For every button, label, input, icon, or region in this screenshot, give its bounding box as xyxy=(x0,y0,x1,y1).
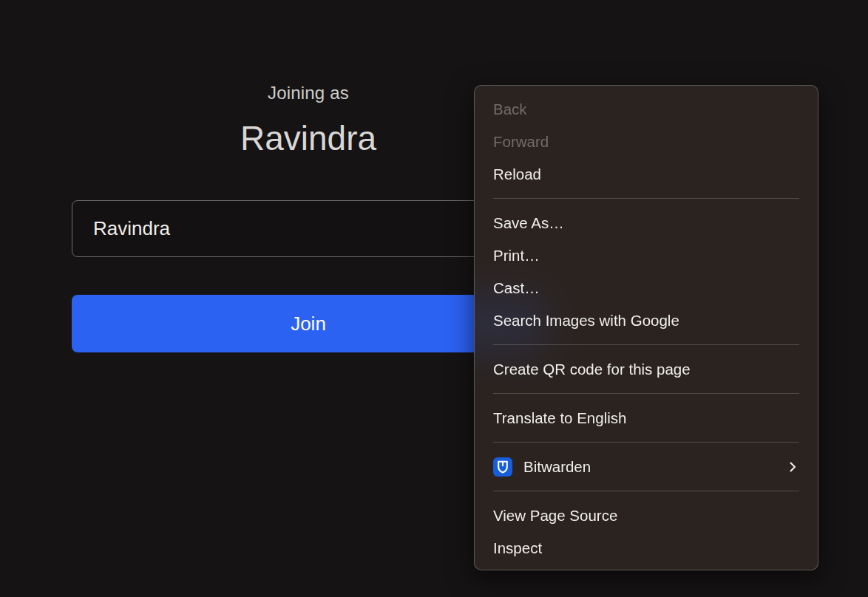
menu-item-translate-label: Translate to English xyxy=(493,402,799,434)
submenu-chevron-icon xyxy=(787,461,799,473)
menu-item-back-label: Back xyxy=(493,93,799,126)
menu-item-view-page-source[interactable]: View Page Source xyxy=(475,499,818,532)
menu-item-bitwarden-label: Bitwarden xyxy=(523,451,778,483)
menu-divider xyxy=(493,198,799,199)
menu-item-search-images-label: Search Images with Google xyxy=(493,304,799,337)
menu-item-inspect[interactable]: Inspect xyxy=(475,532,818,564)
menu-item-save-as[interactable]: Save As… xyxy=(475,207,818,239)
menu-divider xyxy=(493,344,799,345)
menu-divider xyxy=(493,442,799,443)
menu-item-view-page-source-label: View Page Source xyxy=(493,499,799,532)
menu-item-save-as-label: Save As… xyxy=(493,207,799,239)
menu-divider xyxy=(493,393,799,394)
menu-item-create-qr-code-label: Create QR code for this page xyxy=(493,353,799,386)
meeting-join-page: Joining as Ravindra Join Back Forward Re… xyxy=(0,0,868,597)
menu-item-cast[interactable]: Cast… xyxy=(475,272,818,304)
bitwarden-shield-icon xyxy=(493,457,512,477)
menu-divider xyxy=(493,491,799,491)
menu-item-forward: Forward xyxy=(475,126,818,158)
menu-item-back: Back xyxy=(475,93,818,126)
menu-item-print-label: Print… xyxy=(493,239,799,272)
menu-item-search-images[interactable]: Search Images with Google xyxy=(475,304,818,337)
menu-item-reload-label: Reload xyxy=(493,158,799,191)
menu-item-print[interactable]: Print… xyxy=(475,239,818,272)
menu-item-bitwarden[interactable]: Bitwarden xyxy=(475,451,818,483)
menu-item-translate[interactable]: Translate to English xyxy=(475,402,818,434)
menu-item-cast-label: Cast… xyxy=(493,272,799,304)
menu-item-forward-label: Forward xyxy=(493,126,799,158)
menu-item-create-qr-code[interactable]: Create QR code for this page xyxy=(475,353,818,386)
browser-context-menu: Back Forward Reload Save As… Print… Cast… xyxy=(474,85,818,570)
menu-item-inspect-label: Inspect xyxy=(493,532,799,564)
menu-item-reload[interactable]: Reload xyxy=(475,158,818,191)
